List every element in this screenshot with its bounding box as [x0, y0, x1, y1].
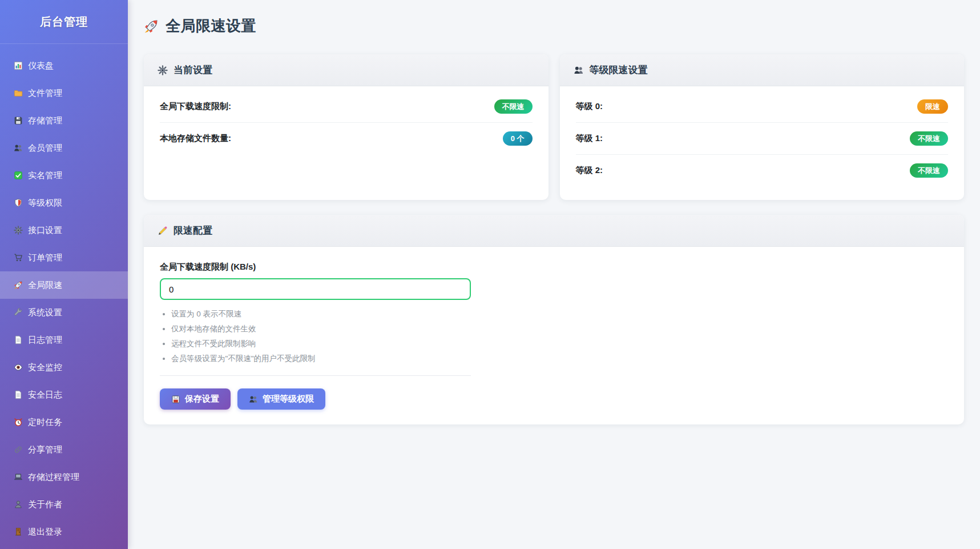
sidebar-item-label: 分享管理	[28, 444, 62, 455]
config-header: 限速配置	[144, 215, 964, 247]
sidebar-item-files[interactable]: 文件管理	[0, 79, 128, 107]
button-label: 管理等级权限	[263, 394, 314, 404]
manage-level-permissions-button[interactable]: 管理等级权限	[237, 388, 325, 410]
current-settings-header: 当前设置	[144, 54, 549, 86]
pencil-icon	[158, 226, 168, 236]
sidebar-item-security-logs[interactable]: 安全日志	[0, 381, 128, 408]
door-icon	[14, 527, 23, 536]
sidebar-nav: 仪表盘 文件管理 存储管理 会员管理 实名管理 等级权限 接口设置 订单管理 全…	[0, 44, 128, 546]
sidebar-item-label: 安全日志	[28, 390, 62, 400]
sidebar-item-label: 存储管理	[28, 115, 62, 126]
sidebar-item-label: 日志管理	[28, 335, 62, 346]
card-title: 限速配置	[174, 224, 212, 237]
info-row-global-speed: 全局下载速度限制: 不限速	[160, 91, 533, 123]
info-label: 等级 1:	[576, 133, 603, 144]
sidebar-item-label: 订单管理	[28, 253, 62, 263]
rocket-icon	[144, 19, 159, 34]
sidebar-item-label: 全局限速	[28, 280, 62, 291]
summary-cards-row: 当前设置 全局下载速度限制: 不限速 本地存储文件数量: 0 个 等级限速设置	[144, 54, 964, 200]
level-settings-header: 等级限速设置	[560, 54, 965, 86]
note-item: 会员等级设置为"不限速"的用户不受此限制	[171, 354, 471, 364]
card-title: 等级限速设置	[590, 63, 648, 77]
sidebar-item-orders[interactable]: 订单管理	[0, 244, 128, 271]
main-content: 全局限速设置 当前设置 全局下载速度限制: 不限速 本地存储文件数量: 0 个	[128, 0, 980, 549]
eye-icon	[14, 363, 23, 372]
sidebar-item-global-speed-limit[interactable]: 全局限速	[0, 271, 128, 299]
page-header: 全局限速设置	[144, 16, 964, 36]
sidebar-item-label: 等级权限	[28, 198, 62, 209]
sidebar-item-about-author[interactable]: 关于作者	[0, 491, 128, 518]
button-label: 保存设置	[185, 394, 219, 404]
floppy-disk-icon	[171, 395, 180, 404]
users-icon	[249, 395, 258, 404]
sidebar: 后台管理 仪表盘 文件管理 存储管理 会员管理 实名管理 等级权限 接口设置 订…	[0, 0, 128, 549]
sidebar-item-level-permissions[interactable]: 等级权限	[0, 189, 128, 217]
current-settings-card: 当前设置 全局下载速度限制: 不限速 本地存储文件数量: 0 个	[144, 54, 549, 200]
level-settings-card: 等级限速设置 等级 0: 限速 等级 1: 不限速 等级 2: 不限速	[560, 54, 965, 200]
sidebar-item-stored-procedures[interactable]: 存储过程管理	[0, 463, 128, 491]
users-icon	[14, 143, 23, 153]
document-icon	[14, 335, 23, 344]
alarm-clock-icon	[14, 418, 23, 427]
card-title: 当前设置	[174, 63, 212, 77]
count-badge: 0 个	[503, 131, 533, 146]
info-row-local-file-count: 本地存储文件数量: 0 个	[160, 123, 533, 154]
sidebar-item-security-monitor[interactable]: 安全监控	[0, 354, 128, 381]
shopping-cart-icon	[14, 253, 23, 262]
speed-limit-config-card: 限速配置 全局下载速度限制 (KB/s) 设置为 0 表示不限速 仅对本地存储的…	[144, 215, 964, 424]
check-box-icon	[14, 171, 23, 180]
link-icon	[14, 445, 23, 454]
level-settings-body: 等级 0: 限速 等级 1: 不限速 等级 2: 不限速	[560, 86, 965, 200]
sidebar-item-label: 安全监控	[28, 362, 62, 373]
gear-icon	[158, 65, 168, 75]
info-row-level-1: 等级 1: 不限速	[576, 123, 949, 155]
info-row-level-2: 等级 2: 不限速	[576, 155, 949, 186]
note-item: 设置为 0 表示不限速	[171, 309, 471, 319]
sidebar-item-logout[interactable]: 退出登录	[0, 518, 128, 546]
sidebar-item-system-settings[interactable]: 系统设置	[0, 299, 128, 326]
sidebar-item-scheduled-tasks[interactable]: 定时任务	[0, 408, 128, 436]
note-item: 远程文件不受此限制影响	[171, 339, 471, 349]
sidebar-item-label: 文件管理	[28, 88, 62, 99]
speed-limit-label: 全局下载速度限制 (KB/s)	[160, 262, 948, 273]
info-label: 等级 0:	[576, 101, 603, 112]
folder-icon	[14, 89, 23, 98]
sidebar-item-label: 定时任务	[28, 417, 62, 428]
sidebar-item-label: 系统设置	[28, 307, 62, 318]
sidebar-item-label: 存储过程管理	[28, 472, 79, 483]
status-badge: 不限速	[910, 163, 948, 178]
document-icon	[14, 390, 23, 399]
bar-chart-icon	[14, 61, 23, 70]
save-settings-button[interactable]: 保存设置	[160, 388, 231, 410]
config-body: 全局下载速度限制 (KB/s) 设置为 0 表示不限速 仅对本地存储的文件生效 …	[144, 247, 964, 424]
sidebar-item-api-settings[interactable]: 接口设置	[0, 217, 128, 244]
sidebar-item-label: 退出登录	[28, 527, 62, 538]
status-badge: 不限速	[910, 131, 948, 146]
speed-limit-input[interactable]	[160, 278, 471, 300]
page-title: 全局限速设置	[166, 16, 256, 36]
sidebar-item-label: 仪表盘	[28, 61, 54, 71]
sidebar-item-storage[interactable]: 存储管理	[0, 107, 128, 134]
users-icon	[574, 65, 584, 75]
floppy-disk-icon	[14, 116, 23, 125]
app-title: 后台管理	[0, 0, 128, 44]
status-badge: 不限速	[494, 99, 533, 114]
sidebar-item-label: 关于作者	[28, 499, 62, 510]
shield-icon	[14, 198, 23, 207]
status-badge: 限速	[917, 99, 948, 114]
rocket-icon	[14, 280, 23, 290]
sidebar-item-realname[interactable]: 实名管理	[0, 162, 128, 189]
sidebar-item-label: 实名管理	[28, 170, 62, 181]
sidebar-item-label: 接口设置	[28, 225, 62, 236]
button-row: 保存设置 管理等级权限	[160, 388, 948, 410]
laptop-icon	[14, 472, 23, 482]
divider	[160, 375, 471, 376]
sidebar-item-label: 会员管理	[28, 143, 62, 154]
sidebar-item-logs[interactable]: 日志管理	[0, 326, 128, 354]
notes-list: 设置为 0 表示不限速 仅对本地存储的文件生效 远程文件不受此限制影响 会员等级…	[160, 309, 471, 364]
sidebar-item-members[interactable]: 会员管理	[0, 134, 128, 162]
sidebar-item-dashboard[interactable]: 仪表盘	[0, 52, 128, 79]
sidebar-item-share-management[interactable]: 分享管理	[0, 436, 128, 463]
info-label: 本地存储文件数量:	[160, 133, 231, 144]
note-item: 仅对本地存储的文件生效	[171, 324, 471, 334]
